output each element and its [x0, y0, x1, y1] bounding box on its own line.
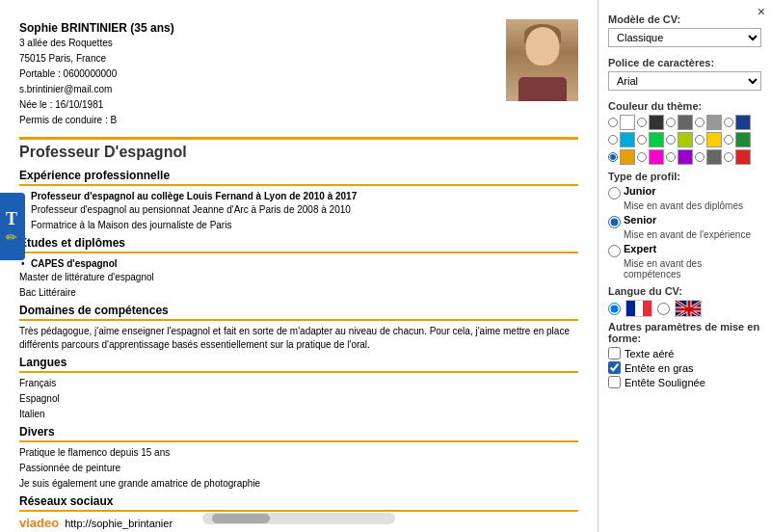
profile-label-junior: Junior [624, 185, 656, 197]
cv-section-experience: Expérience professionnelle Professeur d'… [19, 169, 578, 232]
cv-misc-3: Je suis également une grande amatrice de… [19, 477, 578, 491]
color-swatch-orange[interactable] [620, 149, 635, 165]
cv-divider-misc [19, 440, 578, 442]
color-swatch-white[interactable] [620, 115, 635, 130]
color-radio-yellow[interactable] [695, 135, 705, 145]
cv-section-heading-languages: Langues [19, 356, 578, 369]
profile-senior-row: Senior [608, 214, 761, 228]
color-radio-orange[interactable] [608, 152, 618, 162]
cv-section-heading-misc: Divers [19, 425, 578, 439]
color-swatch-yellow[interactable] [706, 132, 722, 147]
cv-photo [506, 19, 578, 101]
cv-address1: 3 allée des Roquettes [19, 37, 174, 50]
cv-address2: 75015 Paris, France [19, 52, 174, 66]
profile-label: Type de profil: [608, 171, 761, 182]
cv-panel: T ✏ Sophie BRINTINIER (35 ans) 3 allée d… [0, 0, 598, 532]
color-row-2 [608, 132, 761, 147]
profile-radio-junior[interactable] [608, 187, 621, 200]
color-swatch-gray[interactable] [678, 115, 693, 130]
color-radio-pink[interactable] [637, 152, 647, 162]
cv-section-languages: Langues Français Espagnol Italien [19, 356, 578, 421]
profile-radio-expert[interactable] [608, 245, 621, 257]
sidebar-tab[interactable]: T ✏ [0, 193, 25, 260]
cv-section-misc: Divers Pratique le flamenco depuis 15 an… [19, 425, 578, 491]
model-label: Modèle de CV: [608, 13, 761, 25]
cv-scrollbar[interactable] [202, 513, 395, 524]
lang-label: Langue du CV: [608, 285, 761, 297]
cv-divider-social [19, 510, 578, 512]
cv-lang-2: Espagnol [19, 392, 578, 406]
cv-divider-languages [19, 371, 578, 373]
color-swatch-purple[interactable] [678, 149, 693, 165]
color-swatch-cyan[interactable] [620, 132, 635, 147]
color-row-3 [608, 149, 761, 165]
color-radio-black[interactable] [637, 118, 647, 127]
profile-desc-senior: Mise en avant de l'expérience [624, 229, 761, 240]
cv-divider-education [19, 252, 578, 253]
color-radio-cyan[interactable] [608, 135, 618, 145]
cv-header: Sophie BRINTINIER (35 ans) 3 allée des R… [19, 19, 578, 129]
color-radio-lime[interactable] [666, 135, 676, 145]
flag-fr[interactable] [625, 300, 652, 317]
cv-skills-text: Très pédagogue, j'aime enseigner l'espag… [19, 325, 578, 352]
color-row-1 [608, 115, 761, 130]
cv-exp-1: Professeur d'espagnol au collège Louis F… [19, 190, 578, 203]
color-radio-red[interactable] [724, 152, 733, 162]
color-swatch-green[interactable] [649, 132, 664, 147]
color-swatch-black[interactable] [649, 115, 664, 130]
color-swatch-lime[interactable] [678, 132, 693, 147]
flag-uk[interactable] [675, 300, 702, 317]
color-radio-gray[interactable] [666, 118, 676, 127]
cv-section-heading-experience: Expérience professionnelle [19, 169, 578, 182]
color-swatch-darkblue[interactable] [735, 115, 751, 130]
color-swatch-pink[interactable] [649, 149, 664, 165]
cv-section-heading-social: Réseaux sociaux [19, 494, 578, 508]
profile-desc-expert: Mise en avant des compétences [624, 258, 761, 279]
lang-radio-en[interactable] [657, 303, 670, 315]
profile-label-expert: Expert [624, 243, 656, 254]
color-swatch-red[interactable] [735, 149, 751, 165]
profile-desc-junior: Mise en avant des diplômes [624, 200, 761, 211]
color-swatch-lightgray[interactable] [706, 115, 722, 130]
cv-section-education: Etudes et diplômes CAPES d'espagnol Mast… [19, 236, 578, 300]
color-radio-purple[interactable] [666, 152, 676, 162]
other-label: Autres paramètres de mise en forme: [608, 321, 761, 344]
cv-section-skills: Domaines de compétences Très pédagogue, … [19, 304, 578, 352]
close-button[interactable]: × [758, 4, 765, 19]
sidebar-tab-letter: T [6, 209, 17, 229]
color-radio-darkgreen[interactable] [724, 135, 733, 145]
cv-section-heading-education: Etudes et diplômes [19, 236, 578, 250]
cv-divider-experience [19, 184, 578, 186]
cv-born: Née le : 16/10/1981 [19, 98, 174, 112]
lang-row [608, 300, 761, 317]
color-radio-green[interactable] [637, 135, 647, 145]
profile-junior-row: Junior [608, 185, 761, 200]
cv-exp-2: Professeur d'espagnol au pensionnat Jean… [19, 203, 578, 217]
cv-divider-skills [19, 319, 578, 321]
cv-edu-3: Bac Littéraire [19, 286, 578, 300]
lang-radio-fr[interactable] [608, 303, 621, 315]
cv-social-url: http://sophie_brintanier [65, 518, 173, 529]
cv-scrollbar-thumb[interactable] [212, 514, 270, 523]
edit-icon: ✏ [6, 229, 17, 245]
color-swatch-gray2[interactable] [706, 149, 722, 165]
color-swatch-darkgreen[interactable] [735, 132, 751, 147]
color-radio-darkblue[interactable] [724, 118, 733, 127]
model-select[interactable]: Classique [608, 28, 761, 47]
color-radio-gray2[interactable] [695, 152, 705, 162]
color-label: Couleur du thème: [608, 100, 761, 112]
check-label-entete-gras: Entête en gras [625, 362, 694, 374]
font-select[interactable]: Arial [608, 71, 761, 91]
color-radio-lightgray[interactable] [695, 118, 705, 127]
checkbox-entete-soulignee[interactable] [608, 376, 621, 388]
cv-phone: Portable : 0600000000 [19, 67, 174, 81]
cv-name: Sophie BRINTINIER (35 ans) [19, 19, 174, 37]
check-entete-gras: Entête en gras [608, 361, 761, 374]
cv-edu-1: CAPES d'espagnol [19, 257, 578, 271]
checkbox-texte-aere[interactable] [608, 347, 621, 359]
cv-lang-1: Français [19, 377, 578, 390]
checkbox-entete-gras[interactable] [608, 361, 621, 374]
check-label-entete-soulignee: Entête Soulignée [625, 377, 705, 388]
color-radio-white[interactable] [608, 118, 618, 127]
profile-radio-senior[interactable] [608, 216, 621, 228]
